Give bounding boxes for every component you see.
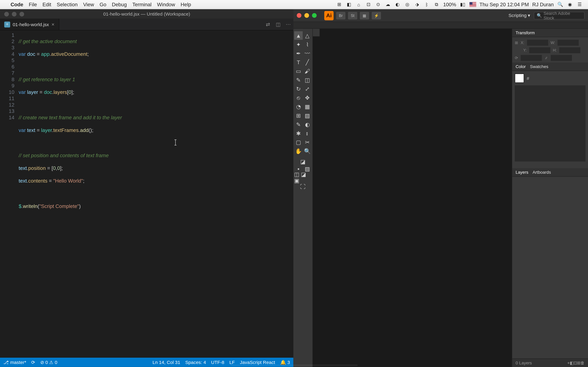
menu-terminal[interactable]: Terminal [132,1,151,8]
rotate-tool-icon[interactable]: ↻ [294,84,303,93]
width-tool-icon[interactable]: ⎋ [294,93,303,102]
tray-icon[interactable]: ⬗ [414,1,420,8]
workspace-switcher[interactable]: Scripting ▾ [509,13,530,18]
app-name[interactable]: Code [10,1,23,8]
user-name[interactable]: RJ Duran [532,1,554,8]
flag-icon[interactable] [469,2,476,7]
reference-point-icon[interactable]: ⊞ [515,41,518,45]
graph-tool-icon[interactable]: ⫾ [303,129,311,137]
draw-mode-icon[interactable]: ◫ ◪ ▣ [294,173,311,182]
layers-panel[interactable] [512,177,588,359]
arrange-docs-icon[interactable]: ▦ [360,12,369,19]
zoom-window-button[interactable] [312,13,317,18]
slice-tool-icon[interactable]: ✂ [303,138,311,146]
menu-window[interactable]: Window [157,1,175,8]
eraser-tool-icon[interactable]: ◫ [303,76,311,84]
direct-selection-tool-icon[interactable]: △ [303,31,311,40]
line-tool-icon[interactable]: ╱ [303,58,311,66]
gradient-tool-icon[interactable]: ▨ [303,111,311,120]
layers-panel-tab[interactable]: Layers [516,170,528,175]
delete-layer-icon[interactable]: 🗑 [580,361,585,365]
perspective-tool-icon[interactable]: ▦ [303,102,311,111]
pen-tool-icon[interactable]: ✒ [294,49,303,58]
rectangle-tool-icon[interactable]: ▭ [294,67,303,75]
hand-tool-icon[interactable]: ✋ [294,147,303,155]
locate-object-icon[interactable]: ⌖ [567,360,570,366]
transform-panel-tab[interactable]: Transform [512,29,588,37]
source-control-branch[interactable]: ⎇ master* [3,359,26,365]
problems-errors[interactable]: ⊘ 0 ⚠ 0 [40,359,57,365]
fill-swatch-icon[interactable] [515,74,524,83]
menu-debug[interactable]: Debug [112,1,127,8]
indentation[interactable]: Spaces: 4 [185,360,206,365]
tray-icon[interactable]: ☁ [385,1,391,8]
paintbrush-tool-icon[interactable]: 🖌 [303,67,311,75]
new-sublayer-icon[interactable]: ⊡ [574,361,577,365]
sync-icon[interactable]: ⟳ [31,359,35,365]
clock[interactable]: Thu Sep 20 12:04 PM [479,1,529,8]
language-mode[interactable]: JavaScript React [240,360,275,365]
close-tab-icon[interactable]: × [52,21,54,27]
illustrator-canvas[interactable] [313,29,512,367]
curvature-tool-icon[interactable]: 〰 [303,49,311,58]
shaper-tool-icon[interactable]: ✎ [294,76,303,84]
transform-h-field[interactable] [559,47,580,53]
compare-changes-icon[interactable]: ⇄ [263,21,273,27]
type-tool-icon[interactable]: T [294,58,303,66]
transform-w-field[interactable] [558,40,579,46]
cursor-position[interactable]: Ln 14, Col 31 [153,360,180,365]
blend-tool-icon[interactable]: ◐ [303,120,311,128]
shear-field[interactable] [551,55,572,61]
zoom-window-button[interactable] [19,12,24,16]
magic-wand-tool-icon[interactable]: ✦ [294,40,303,49]
code-content[interactable]: // get the active document var doc = app… [19,30,293,358]
bridge-button[interactable]: Br [336,12,346,19]
menu-edit[interactable]: Edit [43,1,51,8]
wifi-icon[interactable]: ⧉ [433,1,440,8]
stock-button[interactable]: St [348,12,357,19]
transform-y-field[interactable] [529,47,550,53]
siri-icon[interactable]: ◉ [567,1,573,8]
spotlight-icon[interactable]: 🔍 [557,1,563,8]
code-editor[interactable]: 1234567891011121314 // get the active do… [0,30,293,358]
color-panel-tab[interactable]: Color [516,64,526,69]
editor-tab[interactable]: ⚛ 01-hello-world.jsx × [0,19,59,30]
tray-icon[interactable]: ⌂ [355,1,362,8]
lasso-tool-icon[interactable]: ⌇ [303,40,311,49]
tray-icon[interactable]: ◎ [404,1,411,8]
tray-icon[interactable]: ⊡ [365,1,372,8]
menu-go[interactable]: Go [100,1,106,8]
rotate-field[interactable] [521,55,542,61]
bluetooth-icon[interactable]: ᛒ [424,1,430,8]
encoding[interactable]: UTF-8 [211,360,224,365]
new-layer-icon[interactable]: ⊞ [577,361,580,365]
symbol-sprayer-tool-icon[interactable]: ✱ [294,129,303,137]
notifications-bell[interactable]: 🔔 3 [280,359,290,365]
split-editor-icon[interactable]: ◫ [273,21,283,27]
artboard-tool-icon[interactable]: ▢ [294,138,303,146]
swatches-panel-tab[interactable]: Swatches [530,64,548,69]
battery-percent[interactable]: 100% [443,1,456,8]
adobe-stock-search[interactable]: 🔍 Search Adobe Stock [534,12,585,19]
battery-icon[interactable]: ▮▯ [459,1,466,8]
mesh-tool-icon[interactable]: ⊞ [294,111,303,120]
selection-tool-icon[interactable]: ▲ [294,31,303,40]
close-window-button[interactable] [4,12,9,16]
eyedropper-tool-icon[interactable]: ✎ [294,120,303,128]
artboards-panel-tab[interactable]: Artboards [533,170,551,175]
macos-dock[interactable] [230,364,357,366]
menu-help[interactable]: Help [181,1,191,8]
tray-icon[interactable]: ⊞ [336,1,342,8]
close-window-button[interactable] [297,13,301,18]
minimize-window-button[interactable] [12,12,16,16]
scale-tool-icon[interactable]: ⤢ [303,84,311,93]
screen-mode-icon[interactable]: ⛶ [294,182,311,191]
more-actions-icon[interactable]: ⋯ [283,21,293,27]
menu-selection[interactable]: Selection [57,1,78,8]
transform-x-field[interactable] [527,40,548,46]
eol[interactable]: LF [229,360,235,365]
tray-icon[interactable]: ◧ [346,1,352,8]
tray-icon[interactable]: ◐ [394,1,401,8]
zoom-tool-icon[interactable]: 🔍 [303,147,311,155]
free-transform-tool-icon[interactable]: ✥ [303,93,311,102]
